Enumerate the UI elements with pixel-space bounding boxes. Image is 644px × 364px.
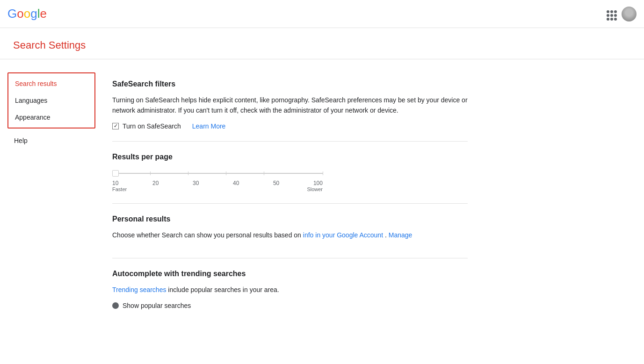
- sidebar-item-search-results[interactable]: Search results: [8, 75, 94, 92]
- grid-dot: [610, 18, 613, 21]
- sidebar-nav: Search results Languages Appearance: [7, 72, 95, 128]
- header-right: [605, 7, 637, 21]
- main-layout: Search results Languages Appearance Help…: [0, 59, 644, 330]
- slider-faster-label: Faster: [112, 186, 127, 192]
- grid-dot: [607, 18, 609, 21]
- sidebar-item-appearance[interactable]: Appearance: [8, 109, 94, 126]
- google-apps-icon[interactable]: [605, 8, 616, 20]
- sidebar-item-languages[interactable]: Languages: [8, 92, 94, 109]
- grid-dot: [607, 10, 609, 13]
- slider-area: 10 20 30 40 50 100 Faster Slower: [112, 169, 468, 192]
- grid-dot: [610, 14, 613, 17]
- grid-dot: [614, 18, 617, 21]
- personal-results-link[interactable]: info in your Google Account: [303, 231, 383, 239]
- autocomplete-desc-link: Trending searches: [112, 286, 166, 293]
- autocomplete-description: Trending searches include popular search…: [112, 285, 468, 295]
- page-title: Search Settings: [13, 39, 631, 51]
- logo-g2: g: [30, 7, 37, 21]
- user-avatar[interactable]: [622, 7, 637, 21]
- google-logo[interactable]: Google: [7, 7, 47, 21]
- avatar-image: [622, 7, 637, 21]
- slider-slower-label: Slower: [307, 186, 323, 192]
- personal-results-section: Personal results Choose whether Search c…: [112, 204, 468, 258]
- slider-label-100: 100: [313, 180, 323, 186]
- personal-results-desc-suffix: .: [385, 231, 389, 239]
- grid-dot: [610, 10, 613, 13]
- radio-label: Show popular searches: [123, 302, 191, 309]
- checkbox-checkmark: ✓: [114, 123, 118, 129]
- autocomplete-title: Autocomplete with trending searches: [112, 270, 468, 278]
- slider-label-30: 30: [193, 180, 199, 186]
- personal-results-desc-prefix: Choose whether Search can show you perso…: [112, 231, 303, 239]
- logo-g: G: [7, 7, 17, 21]
- sidebar: Search results Languages Appearance Help: [0, 69, 103, 321]
- content-area: SafeSearch filters Turning on SafeSearch…: [103, 69, 486, 321]
- autocomplete-section: Autocomplete with trending searches Tren…: [112, 258, 468, 320]
- slider-label-20: 20: [152, 180, 159, 186]
- results-per-page-title: Results per page: [112, 153, 468, 161]
- safesearch-title: SafeSearch filters: [112, 80, 468, 88]
- learn-more-link[interactable]: Learn More: [192, 122, 226, 130]
- radio-button[interactable]: [112, 302, 119, 309]
- sidebar-item-help[interactable]: Help: [7, 132, 95, 149]
- page-title-area: Search Settings: [0, 28, 644, 59]
- safesearch-description: Turning on SafeSearch helps hide explici…: [112, 95, 468, 116]
- personal-results-title: Personal results: [112, 215, 468, 223]
- header-left: Google: [7, 7, 47, 21]
- slider-container: [112, 169, 323, 178]
- slider-sublabels: Faster Slower: [112, 186, 323, 192]
- personal-results-description: Choose whether Search can show you perso…: [112, 230, 468, 240]
- autocomplete-radio-row: Show popular searches: [112, 302, 468, 309]
- manage-link[interactable]: Manage: [389, 231, 412, 239]
- slider-label-40: 40: [233, 180, 239, 186]
- safesearch-checkbox-row: ✓ Turn on SafeSearch Learn More: [112, 122, 468, 130]
- slider-tick-50: [264, 171, 264, 175]
- slider-labels: 10 20 30 40 50 100: [112, 180, 323, 186]
- logo-o1: o: [17, 7, 23, 21]
- slider-tick-20: [150, 171, 151, 175]
- logo-o2: o: [24, 7, 30, 21]
- grid-dot: [607, 14, 609, 17]
- safesearch-checkbox-label[interactable]: Turn on SafeSearch: [123, 122, 181, 130]
- safesearch-section: SafeSearch filters Turning on SafeSearch…: [112, 69, 468, 142]
- logo-e: e: [40, 7, 46, 21]
- autocomplete-desc-text: include popular searches in your area.: [168, 286, 279, 293]
- grid-dot: [614, 10, 617, 13]
- slider-track: [112, 173, 323, 174]
- slider-tick-100: [323, 171, 323, 175]
- header: Google: [0, 0, 644, 28]
- safesearch-checkbox[interactable]: ✓: [112, 123, 119, 129]
- slider-tick-30: [188, 171, 188, 175]
- results-per-page-section: Results per page 10: [112, 142, 468, 204]
- slider-tick-40: [226, 171, 226, 175]
- slider-label-50: 50: [273, 180, 279, 186]
- slider-thumb[interactable]: [112, 170, 119, 177]
- slider-label-10: 10: [112, 180, 118, 186]
- grid-dot: [614, 14, 617, 17]
